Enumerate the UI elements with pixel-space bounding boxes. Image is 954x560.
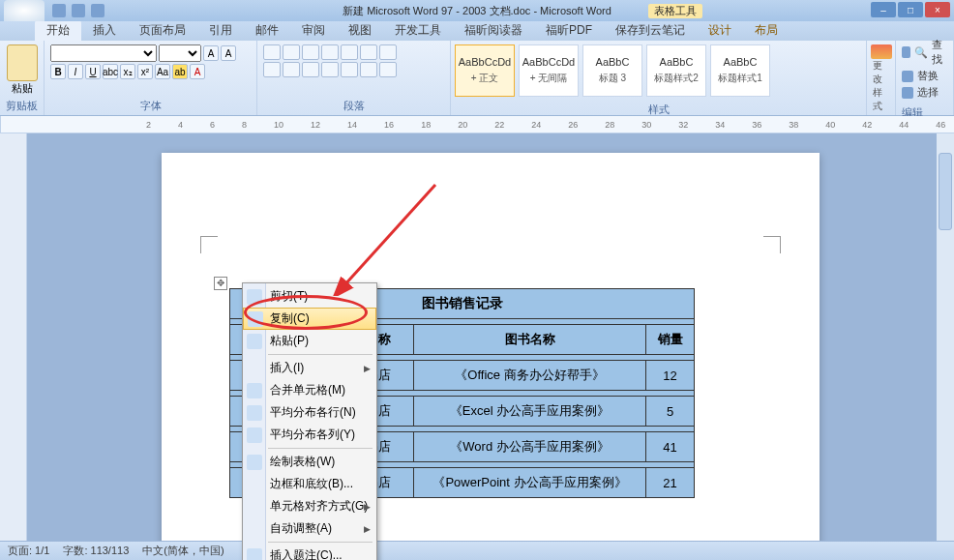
tab-foxit-reader[interactable]: 福昕阅读器 [453, 20, 534, 41]
change-styles-button[interactable]: 更改样式 [867, 41, 896, 115]
font-name-select[interactable] [50, 44, 157, 62]
title-bar: 新建 Microsoft Word 97 - 2003 文档.doc - Mic… [0, 0, 954, 21]
superscript-button[interactable]: x² [137, 64, 153, 79]
ribbon-tabs: 开始 插入 页面布局 引用 邮件 审阅 视图 开发工具 福昕阅读器 福昕PDF … [0, 21, 954, 41]
scrollbar-thumb[interactable] [939, 153, 952, 230]
align-center-button[interactable] [283, 62, 300, 77]
line-spacing-button[interactable] [341, 62, 358, 77]
col-book[interactable]: 图书名称 [414, 325, 646, 355]
group-paragraph: 段落 [257, 41, 451, 115]
ctx-distribute-rows[interactable]: 平均分布各行(N) [243, 401, 376, 424]
ctx-merge-cells[interactable]: 合并单元格(M) [243, 379, 376, 401]
style-gallery-item[interactable]: AaBbCcDd+ 无间隔 [519, 44, 579, 97]
sort-button[interactable] [360, 44, 377, 60]
font-color-button[interactable]: A [190, 64, 205, 79]
scrollbar-vertical[interactable] [937, 133, 954, 541]
tab-review[interactable]: 审阅 [290, 20, 337, 41]
strike-button[interactable]: abc [103, 64, 118, 79]
tab-insert[interactable]: 插入 [81, 20, 128, 41]
close-button[interactable]: × [925, 2, 950, 17]
find-button[interactable]: 🔍 查找 [902, 38, 947, 67]
group-label-font: 字体 [50, 97, 251, 113]
caption-icon [247, 548, 262, 561]
bullets-button[interactable] [263, 44, 281, 60]
replace-button[interactable]: 替换 [902, 69, 947, 83]
text-effects-button[interactable]: Aa [155, 64, 170, 79]
dist-cols-icon [247, 427, 262, 443]
ctx-distribute-cols[interactable]: 平均分布各列(Y) [243, 424, 376, 446]
subscript-button[interactable]: x₂ [120, 64, 135, 79]
status-language[interactable]: 中文(简体，中国) [142, 544, 224, 558]
borders-button[interactable] [379, 62, 397, 77]
underline-button[interactable]: U [85, 64, 101, 79]
align-left-button[interactable] [263, 62, 281, 77]
numbering-button[interactable] [283, 44, 300, 60]
italic-button[interactable]: I [68, 64, 83, 79]
tab-mailings[interactable]: 邮件 [244, 20, 290, 41]
shrink-font-icon[interactable]: A [221, 45, 236, 61]
document-area[interactable]: ✥ 图书销售记录 期 书店名称 图书名称 销量 1月2日鼎盛书店《Office … [27, 133, 954, 541]
col-qty[interactable]: 销量 [646, 325, 695, 355]
ctx-borders-shading[interactable]: 边框和底纹(B)... [243, 473, 376, 495]
office-button[interactable] [4, 0, 45, 21]
copy-icon [248, 311, 263, 327]
ruler-vertical[interactable] [0, 133, 27, 541]
cut-icon [247, 289, 262, 305]
window-title: 新建 Microsoft Word 97 - 2003 文档.doc - Mic… [343, 4, 611, 18]
highlight-button[interactable]: ab [172, 64, 188, 79]
group-styles: AaBbCcDd+ 正文AaBbCcDd+ 无间隔AaBbC标题 3AaBbC标… [451, 41, 867, 115]
change-styles-label: 更改样式 [873, 59, 889, 113]
paste-label[interactable]: 粘贴 [6, 81, 38, 96]
ruler-horizontal-container: 2468101214161820222426283032343638404244… [0, 116, 954, 133]
ctx-insert-caption[interactable]: 插入题注(C)... [243, 545, 376, 560]
ctx-cut[interactable]: 剪切(T) [243, 285, 376, 308]
grow-font-icon[interactable]: A [203, 45, 219, 61]
merge-icon [247, 383, 262, 398]
ruler-horizontal[interactable]: 2468101214161820222426283032343638404244… [1, 116, 954, 133]
style-gallery-item[interactable]: AaBbC标题样式1 [710, 44, 770, 97]
qat-save-icon[interactable] [52, 4, 66, 17]
show-marks-button[interactable] [379, 44, 397, 60]
tab-references[interactable]: 引用 [197, 20, 244, 41]
align-right-button[interactable] [302, 62, 319, 77]
tab-view[interactable]: 视图 [337, 20, 383, 41]
multilevel-button[interactable] [302, 44, 319, 60]
status-page[interactable]: 页面: 1/1 [8, 544, 49, 558]
tab-developer[interactable]: 开发工具 [383, 20, 453, 41]
increase-indent-button[interactable] [341, 44, 358, 60]
tab-page-layout[interactable]: 页面布局 [128, 20, 197, 41]
decrease-indent-button[interactable] [321, 44, 339, 60]
status-words[interactable]: 字数: 113/113 [63, 544, 129, 558]
context-menu: 剪切(T) 复制(C) 粘贴(P) 插入(I)▶ 合并单元格(M) 平均分布各行… [242, 282, 377, 560]
group-font: A A B I U abc x₂ x² Aa ab A 字体 [45, 41, 257, 115]
group-label-clipboard: 剪贴板 [6, 97, 38, 113]
table-move-handle[interactable]: ✥ [214, 277, 227, 290]
shading-button[interactable] [360, 62, 377, 77]
font-size-select[interactable] [159, 44, 201, 62]
style-gallery-item[interactable]: AaBbC标题样式2 [646, 44, 706, 97]
replace-icon [902, 71, 913, 82]
group-label-styles: 样式 [451, 101, 866, 117]
justify-button[interactable] [321, 62, 339, 77]
bold-button[interactable]: B [50, 64, 66, 79]
select-button[interactable]: 选择 [902, 85, 947, 100]
qat-redo-icon[interactable] [91, 4, 104, 17]
tab-foxit-pdf[interactable]: 福昕PDF [534, 20, 604, 41]
paste-icon[interactable] [7, 44, 38, 81]
qat-undo-icon[interactable] [72, 4, 85, 17]
ctx-draw-table[interactable]: 绘制表格(W) [243, 451, 376, 473]
ctx-insert[interactable]: 插入(I)▶ [243, 357, 376, 379]
ctx-paste[interactable]: 粘贴(P) [243, 330, 376, 352]
ctx-cell-alignment[interactable]: 单元格对齐方式(G)▶ [243, 495, 376, 517]
minimize-button[interactable]: – [871, 2, 896, 17]
ctx-copy[interactable]: 复制(C) [243, 308, 376, 330]
style-gallery-item[interactable]: AaBbCcDd+ 正文 [455, 44, 515, 97]
tab-home[interactable]: 开始 [35, 20, 81, 41]
tab-save-cloud[interactable]: 保存到云笔记 [604, 20, 697, 41]
maximize-button[interactable]: □ [898, 2, 923, 17]
group-editing: 🔍 查找 替换 选择 编辑 [896, 41, 954, 115]
style-gallery-item[interactable]: AaBbC标题 3 [582, 44, 642, 97]
tab-table-layout[interactable]: 布局 [743, 20, 790, 41]
ctx-autofit[interactable]: 自动调整(A)▶ [243, 517, 376, 540]
tab-table-design[interactable]: 设计 [697, 20, 743, 41]
